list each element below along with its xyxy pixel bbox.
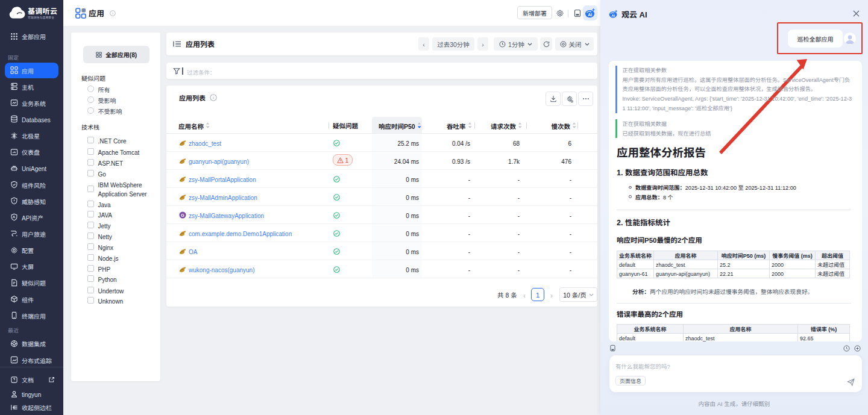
- svg-text:AI: AI: [588, 13, 592, 17]
- svg-text:AI: AI: [611, 14, 615, 17]
- svg-text:G: G: [181, 213, 184, 218]
